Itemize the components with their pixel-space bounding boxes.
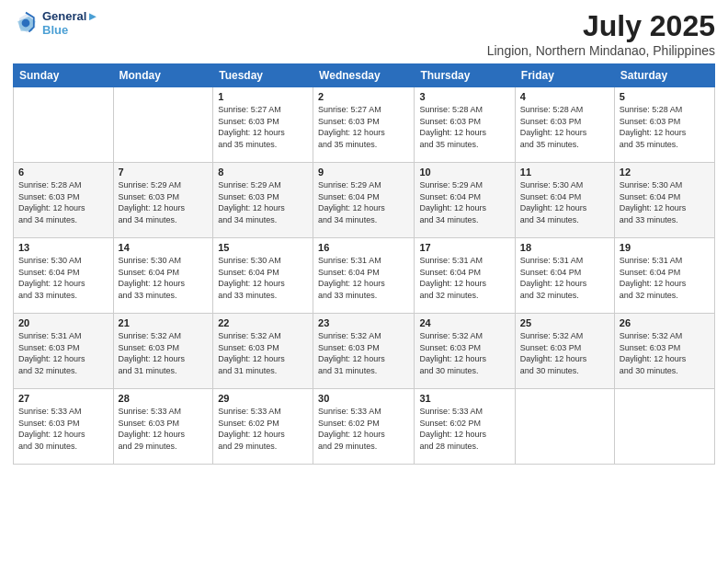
day-info: Sunrise: 5:32 AM Sunset: 6:03 PM Dayligh… bbox=[520, 330, 609, 376]
calendar-cell: 19Sunrise: 5:31 AM Sunset: 6:04 PM Dayli… bbox=[614, 238, 714, 314]
calendar-cell: 5Sunrise: 5:28 AM Sunset: 6:03 PM Daylig… bbox=[614, 87, 714, 163]
calendar-cell: 31Sunrise: 5:33 AM Sunset: 6:02 PM Dayli… bbox=[415, 389, 515, 465]
calendar-cell bbox=[14, 87, 114, 163]
calendar-cell: 12Sunrise: 5:30 AM Sunset: 6:04 PM Dayli… bbox=[614, 163, 714, 238]
day-number: 25 bbox=[520, 317, 609, 328]
day-info: Sunrise: 5:32 AM Sunset: 6:03 PM Dayligh… bbox=[620, 330, 710, 376]
day-number: 20 bbox=[18, 317, 108, 328]
calendar-cell: 30Sunrise: 5:33 AM Sunset: 6:02 PM Dayli… bbox=[313, 389, 415, 465]
day-number: 24 bbox=[419, 317, 509, 328]
day-info: Sunrise: 5:32 AM Sunset: 6:03 PM Dayligh… bbox=[419, 330, 509, 376]
calendar-cell: 23Sunrise: 5:32 AM Sunset: 6:03 PM Dayli… bbox=[313, 314, 415, 389]
day-info: Sunrise: 5:29 AM Sunset: 6:03 PM Dayligh… bbox=[119, 179, 209, 225]
calendar-header-row: SundayMondayTuesdayWednesdayThursdayFrid… bbox=[14, 64, 715, 87]
calendar-cell: 1Sunrise: 5:27 AM Sunset: 6:03 PM Daylig… bbox=[213, 87, 313, 163]
day-number: 3 bbox=[419, 91, 509, 102]
day-number: 17 bbox=[419, 242, 509, 253]
calendar-header-saturday: Saturday bbox=[614, 64, 714, 87]
calendar-header-tuesday: Tuesday bbox=[213, 64, 313, 87]
main-title: July 2025 bbox=[487, 9, 715, 43]
subtitle: Lingion, Northern Mindanao, Philippines bbox=[487, 43, 715, 58]
day-info: Sunrise: 5:31 AM Sunset: 6:04 PM Dayligh… bbox=[318, 255, 409, 301]
day-info: Sunrise: 5:28 AM Sunset: 6:03 PM Dayligh… bbox=[520, 104, 609, 150]
day-info: Sunrise: 5:27 AM Sunset: 6:03 PM Dayligh… bbox=[218, 104, 308, 150]
calendar-cell: 21Sunrise: 5:32 AM Sunset: 6:03 PM Dayli… bbox=[113, 314, 213, 389]
logo: General► Blue bbox=[13, 9, 98, 37]
day-number: 29 bbox=[218, 393, 308, 404]
logo-icon bbox=[13, 10, 39, 36]
page: General► Blue July 2025 Lingion, Norther… bbox=[0, 0, 728, 563]
calendar-cell: 28Sunrise: 5:33 AM Sunset: 6:03 PM Dayli… bbox=[113, 389, 213, 465]
day-number: 10 bbox=[419, 167, 509, 178]
day-info: Sunrise: 5:30 AM Sunset: 6:04 PM Dayligh… bbox=[218, 255, 308, 301]
day-number: 21 bbox=[119, 317, 209, 328]
day-info: Sunrise: 5:31 AM Sunset: 6:04 PM Dayligh… bbox=[419, 255, 509, 301]
day-number: 27 bbox=[18, 393, 108, 404]
day-number: 30 bbox=[318, 393, 409, 404]
day-info: Sunrise: 5:32 AM Sunset: 6:03 PM Dayligh… bbox=[119, 330, 209, 376]
day-number: 2 bbox=[318, 91, 409, 102]
calendar-cell: 18Sunrise: 5:31 AM Sunset: 6:04 PM Dayli… bbox=[515, 238, 614, 314]
calendar-cell bbox=[614, 389, 714, 465]
header: General► Blue July 2025 Lingion, Norther… bbox=[13, 9, 715, 58]
calendar-cell: 27Sunrise: 5:33 AM Sunset: 6:03 PM Dayli… bbox=[14, 389, 114, 465]
calendar-header-sunday: Sunday bbox=[14, 64, 114, 87]
calendar-cell: 6Sunrise: 5:28 AM Sunset: 6:03 PM Daylig… bbox=[14, 163, 114, 238]
calendar-cell: 10Sunrise: 5:29 AM Sunset: 6:04 PM Dayli… bbox=[415, 163, 515, 238]
day-info: Sunrise: 5:31 AM Sunset: 6:03 PM Dayligh… bbox=[18, 330, 108, 376]
day-number: 14 bbox=[119, 242, 209, 253]
calendar-cell: 2Sunrise: 5:27 AM Sunset: 6:03 PM Daylig… bbox=[313, 87, 415, 163]
calendar-cell: 16Sunrise: 5:31 AM Sunset: 6:04 PM Dayli… bbox=[313, 238, 415, 314]
day-info: Sunrise: 5:29 AM Sunset: 6:04 PM Dayligh… bbox=[318, 179, 409, 225]
day-number: 18 bbox=[520, 242, 609, 253]
day-info: Sunrise: 5:29 AM Sunset: 6:04 PM Dayligh… bbox=[419, 179, 509, 225]
day-info: Sunrise: 5:29 AM Sunset: 6:03 PM Dayligh… bbox=[218, 179, 308, 225]
calendar-header-monday: Monday bbox=[113, 64, 213, 87]
calendar-cell: 22Sunrise: 5:32 AM Sunset: 6:03 PM Dayli… bbox=[213, 314, 313, 389]
calendar-cell: 13Sunrise: 5:30 AM Sunset: 6:04 PM Dayli… bbox=[14, 238, 114, 314]
calendar-cell: 17Sunrise: 5:31 AM Sunset: 6:04 PM Dayli… bbox=[415, 238, 515, 314]
calendar-cell: 24Sunrise: 5:32 AM Sunset: 6:03 PM Dayli… bbox=[415, 314, 515, 389]
day-number: 8 bbox=[218, 167, 308, 178]
calendar-week-row-2: 6Sunrise: 5:28 AM Sunset: 6:03 PM Daylig… bbox=[14, 163, 715, 238]
calendar-cell: 7Sunrise: 5:29 AM Sunset: 6:03 PM Daylig… bbox=[113, 163, 213, 238]
day-info: Sunrise: 5:30 AM Sunset: 6:04 PM Dayligh… bbox=[620, 179, 710, 225]
day-number: 9 bbox=[318, 167, 409, 178]
day-number: 1 bbox=[218, 91, 308, 102]
calendar-cell bbox=[515, 389, 614, 465]
calendar-table: SundayMondayTuesdayWednesdayThursdayFrid… bbox=[13, 63, 715, 465]
calendar-cell: 4Sunrise: 5:28 AM Sunset: 6:03 PM Daylig… bbox=[515, 87, 614, 163]
calendar-week-row-5: 27Sunrise: 5:33 AM Sunset: 6:03 PM Dayli… bbox=[14, 389, 715, 465]
day-number: 19 bbox=[620, 242, 710, 253]
calendar-cell: 29Sunrise: 5:33 AM Sunset: 6:02 PM Dayli… bbox=[213, 389, 313, 465]
day-info: Sunrise: 5:32 AM Sunset: 6:03 PM Dayligh… bbox=[218, 330, 308, 376]
day-number: 5 bbox=[620, 91, 710, 102]
day-number: 31 bbox=[419, 393, 509, 404]
day-info: Sunrise: 5:30 AM Sunset: 6:04 PM Dayligh… bbox=[119, 255, 209, 301]
calendar-cell: 15Sunrise: 5:30 AM Sunset: 6:04 PM Dayli… bbox=[213, 238, 313, 314]
day-info: Sunrise: 5:33 AM Sunset: 6:02 PM Dayligh… bbox=[218, 406, 308, 452]
day-number: 23 bbox=[318, 317, 409, 328]
day-info: Sunrise: 5:30 AM Sunset: 6:04 PM Dayligh… bbox=[520, 179, 609, 225]
day-info: Sunrise: 5:31 AM Sunset: 6:04 PM Dayligh… bbox=[620, 255, 710, 301]
calendar-cell: 25Sunrise: 5:32 AM Sunset: 6:03 PM Dayli… bbox=[515, 314, 614, 389]
calendar-header-wednesday: Wednesday bbox=[313, 64, 415, 87]
day-number: 26 bbox=[620, 317, 710, 328]
day-info: Sunrise: 5:27 AM Sunset: 6:03 PM Dayligh… bbox=[318, 104, 409, 150]
day-info: Sunrise: 5:33 AM Sunset: 6:03 PM Dayligh… bbox=[119, 406, 209, 452]
day-number: 16 bbox=[318, 242, 409, 253]
day-number: 7 bbox=[119, 167, 209, 178]
svg-point-2 bbox=[22, 19, 30, 28]
day-info: Sunrise: 5:30 AM Sunset: 6:04 PM Dayligh… bbox=[18, 255, 108, 301]
logo-text: General► Blue bbox=[42, 9, 98, 37]
calendar-header-friday: Friday bbox=[515, 64, 614, 87]
day-info: Sunrise: 5:32 AM Sunset: 6:03 PM Dayligh… bbox=[318, 330, 409, 376]
day-info: Sunrise: 5:33 AM Sunset: 6:03 PM Dayligh… bbox=[18, 406, 108, 452]
calendar-cell: 9Sunrise: 5:29 AM Sunset: 6:04 PM Daylig… bbox=[313, 163, 415, 238]
day-number: 11 bbox=[520, 167, 609, 178]
day-number: 15 bbox=[218, 242, 308, 253]
day-number: 12 bbox=[620, 167, 710, 178]
day-number: 13 bbox=[18, 242, 108, 253]
day-info: Sunrise: 5:33 AM Sunset: 6:02 PM Dayligh… bbox=[318, 406, 409, 452]
calendar-week-row-3: 13Sunrise: 5:30 AM Sunset: 6:04 PM Dayli… bbox=[14, 238, 715, 314]
